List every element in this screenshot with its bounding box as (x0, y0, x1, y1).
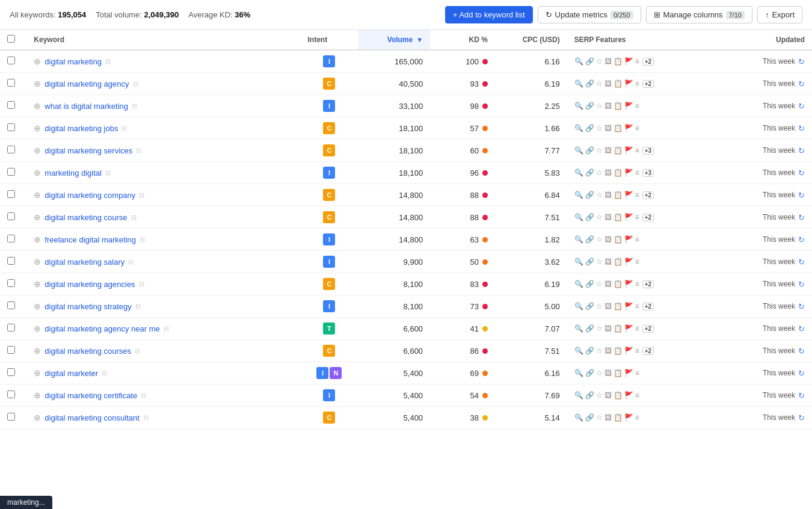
serp-icon-star[interactable]: ☆ (596, 258, 603, 266)
minus-icon[interactable]: ⊟ (164, 325, 169, 333)
select-all-header[interactable] (0, 30, 26, 50)
row-checkbox[interactable] (7, 212, 15, 220)
serp-icon-link[interactable]: 🔗 (585, 57, 594, 66)
serp-icon-clip[interactable]: 📋 (614, 369, 623, 377)
add-keyword-icon[interactable]: ⊕ (34, 101, 41, 111)
serp-icon-list[interactable]: ≡ (635, 391, 639, 399)
serp-icon-flag[interactable]: 🚩 (624, 302, 633, 310)
serp-icon-star[interactable]: ☆ (596, 79, 603, 88)
serp-icon-link[interactable]: 🔗 (585, 324, 594, 333)
refresh-icon[interactable]: ↻ (798, 235, 805, 244)
serp-icon-search[interactable]: 🔍 (574, 191, 583, 199)
serp-icon-flag[interactable]: 🚩 (624, 280, 633, 288)
serp-icon-star[interactable]: ☆ (596, 102, 603, 110)
serp-icon-flag[interactable]: 🚩 (624, 391, 633, 399)
keyword-link[interactable]: digital marketing agency (45, 79, 129, 88)
serp-icon-search[interactable]: 🔍 (574, 168, 583, 177)
serp-icon-list[interactable]: ≡ (635, 280, 639, 288)
serp-icon-search[interactable]: 🔍 (574, 124, 583, 132)
refresh-icon[interactable]: ↻ (798, 324, 805, 333)
serp-icon-star[interactable]: ☆ (596, 391, 603, 399)
refresh-icon[interactable]: ↻ (798, 258, 805, 267)
minus-icon[interactable]: ⊟ (141, 392, 146, 399)
serp-icon-link[interactable]: 🔗 (585, 124, 594, 132)
serp-icon-search[interactable]: 🔍 (574, 79, 583, 88)
minus-icon[interactable]: ⊟ (102, 369, 107, 377)
serp-icon-star[interactable]: ☆ (596, 413, 603, 422)
serp-icon-clip[interactable]: 📋 (614, 168, 623, 177)
serp-icon-star[interactable]: ☆ (596, 213, 603, 221)
serp-icon-clip[interactable]: 📋 (614, 213, 623, 221)
row-checkbox[interactable] (7, 257, 15, 265)
serp-icon-clip[interactable]: 📋 (614, 191, 623, 199)
serp-icon-list[interactable]: ≡ (635, 124, 639, 132)
refresh-icon[interactable]: ↻ (798, 280, 805, 289)
serp-icon-image[interactable]: 🖼 (604, 146, 612, 155)
serp-icon-flag[interactable]: 🚩 (624, 324, 633, 333)
serp-icon-flag[interactable]: 🚩 (624, 235, 633, 244)
row-checkbox[interactable] (7, 146, 15, 153)
serp-icon-flag[interactable]: 🚩 (624, 369, 633, 377)
minus-icon[interactable]: ⊟ (136, 147, 141, 155)
serp-icon-star[interactable]: ☆ (596, 280, 603, 288)
serp-icon-image[interactable]: 🖼 (604, 168, 612, 177)
serp-icon-link[interactable]: 🔗 (585, 391, 594, 399)
row-checkbox[interactable] (7, 79, 15, 87)
serp-icon-list[interactable]: ≡ (635, 258, 639, 266)
cpc-column-header[interactable]: CPC (USD) (495, 30, 567, 50)
row-checkbox[interactable] (7, 324, 15, 332)
serp-icon-clip[interactable]: 📋 (614, 146, 623, 155)
serp-icon-search[interactable]: 🔍 (574, 369, 583, 377)
serp-icon-image[interactable]: 🖼 (604, 413, 612, 422)
serp-icon-link[interactable]: 🔗 (585, 302, 594, 310)
serp-icon-image[interactable]: 🖼 (604, 302, 612, 310)
refresh-icon[interactable]: ↻ (798, 102, 805, 111)
manage-columns-button[interactable]: ⊞ Manage columns 7/10 (646, 6, 752, 23)
serp-icon-clip[interactable]: 📋 (614, 302, 623, 310)
serp-icon-image[interactable]: 🖼 (604, 391, 612, 399)
serp-icon-search[interactable]: 🔍 (574, 280, 583, 288)
serp-icon-star[interactable]: ☆ (596, 347, 603, 355)
refresh-icon[interactable]: ↻ (798, 413, 805, 422)
refresh-icon[interactable]: ↻ (798, 168, 805, 177)
serp-column-header[interactable]: SERP Features (567, 30, 726, 50)
refresh-icon[interactable]: ↻ (798, 79, 805, 88)
row-checkbox[interactable] (7, 390, 15, 398)
serp-icon-flag[interactable]: 🚩 (624, 124, 633, 132)
serp-icon-link[interactable]: 🔗 (585, 280, 594, 288)
serp-icon-image[interactable]: 🖼 (604, 369, 612, 377)
serp-icon-list[interactable]: ≡ (635, 213, 639, 221)
serp-icon-search[interactable]: 🔍 (574, 302, 583, 310)
add-keyword-icon[interactable]: ⊕ (34, 235, 41, 244)
serp-icon-image[interactable]: 🖼 (604, 124, 612, 132)
row-checkbox[interactable] (7, 57, 15, 64)
serp-icon-star[interactable]: ☆ (596, 191, 603, 199)
add-keyword-icon[interactable]: ⊕ (34, 168, 41, 177)
serp-icon-list[interactable]: ≡ (635, 369, 639, 377)
add-keyword-icon[interactable]: ⊕ (34, 79, 41, 88)
minus-icon[interactable]: ⊟ (132, 102, 137, 110)
serp-icon-clip[interactable]: 📋 (614, 57, 623, 66)
serp-icon-list[interactable]: ≡ (635, 347, 639, 355)
serp-icon-link[interactable]: 🔗 (585, 191, 594, 199)
serp-icon-list[interactable]: ≡ (635, 413, 639, 422)
serp-icon-star[interactable]: ☆ (596, 124, 603, 132)
serp-icon-flag[interactable]: 🚩 (624, 79, 633, 88)
serp-icon-flag[interactable]: 🚩 (624, 413, 633, 422)
add-keyword-icon[interactable]: ⊕ (34, 324, 41, 333)
add-keyword-icon[interactable]: ⊕ (34, 57, 41, 66)
refresh-icon[interactable]: ↻ (798, 191, 805, 200)
serp-icon-list[interactable]: ≡ (635, 235, 639, 244)
refresh-icon[interactable]: ↻ (798, 57, 805, 66)
intent-column-header[interactable]: Intent (301, 30, 358, 50)
serp-icon-clip[interactable]: 📋 (614, 324, 623, 333)
serp-icon-link[interactable]: 🔗 (585, 102, 594, 110)
serp-icon-clip[interactable]: 📋 (614, 79, 623, 88)
add-keyword-icon[interactable]: ⊕ (34, 413, 41, 422)
serp-icon-image[interactable]: 🖼 (604, 79, 612, 88)
serp-icon-image[interactable]: 🖼 (604, 324, 612, 333)
serp-icon-list[interactable]: ≡ (635, 324, 639, 333)
serp-icon-link[interactable]: 🔗 (585, 369, 594, 377)
row-checkbox[interactable] (7, 413, 15, 421)
row-checkbox[interactable] (7, 279, 15, 287)
